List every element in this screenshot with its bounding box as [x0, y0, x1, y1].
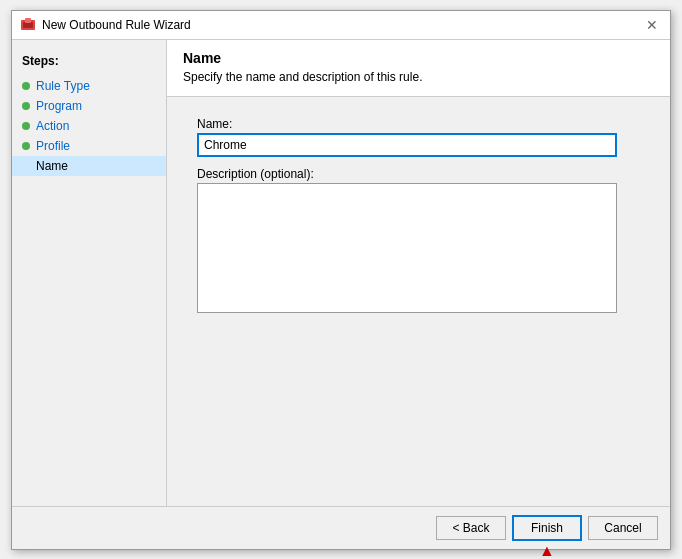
- page-subtitle: Specify the name and description of this…: [183, 70, 654, 84]
- steps-heading: Steps:: [12, 50, 166, 76]
- step-dot: [22, 142, 30, 150]
- step-label: Program: [36, 99, 82, 113]
- wizard-icon: [20, 17, 36, 33]
- step-item-rule-type: Rule Type: [12, 76, 166, 96]
- step-item-action: Action: [12, 116, 166, 136]
- step-label: Action: [36, 119, 69, 133]
- name-input[interactable]: [197, 133, 617, 157]
- form-area: Name: Description (optional):: [167, 97, 670, 506]
- step-item-name: Name: [12, 156, 166, 176]
- finish-button[interactable]: Finish: [512, 515, 582, 541]
- title-bar-text: New Outbound Rule Wizard: [42, 18, 636, 32]
- desc-label: Description (optional):: [197, 167, 640, 181]
- right-panel: Name Specify the name and description of…: [167, 40, 670, 506]
- step-item-program: Program: [12, 96, 166, 116]
- close-button[interactable]: ✕: [642, 18, 662, 32]
- step-label: Rule Type: [36, 79, 90, 93]
- wizard-window: New Outbound Rule Wizard ✕ Steps: Rule T…: [11, 10, 671, 550]
- step-dot: [22, 122, 30, 130]
- title-bar: New Outbound Rule Wizard ✕: [12, 11, 670, 40]
- red-arrow-icon: ▲: [539, 543, 555, 559]
- step-dot: [22, 162, 30, 170]
- svg-rect-2: [25, 18, 31, 23]
- footer: < Back Finish ▲ Cancel: [12, 506, 670, 549]
- content-area: Steps: Rule TypeProgramActionProfileName…: [12, 40, 670, 506]
- step-dot: [22, 102, 30, 110]
- name-label: Name:: [197, 117, 640, 131]
- cancel-button[interactable]: Cancel: [588, 516, 658, 540]
- finish-wrapper: Finish ▲: [512, 515, 582, 541]
- back-button[interactable]: < Back: [436, 516, 506, 540]
- step-label: Name: [36, 159, 68, 173]
- step-label: Profile: [36, 139, 70, 153]
- page-header: Name Specify the name and description of…: [167, 40, 670, 97]
- steps-panel: Steps: Rule TypeProgramActionProfileName: [12, 40, 167, 506]
- desc-input[interactable]: [197, 183, 617, 313]
- name-field-group: Name:: [197, 117, 640, 157]
- step-dot: [22, 82, 30, 90]
- step-item-profile: Profile: [12, 136, 166, 156]
- page-title: Name: [183, 50, 654, 66]
- desc-field-group: Description (optional):: [197, 167, 640, 316]
- steps-list: Rule TypeProgramActionProfileName: [12, 76, 166, 176]
